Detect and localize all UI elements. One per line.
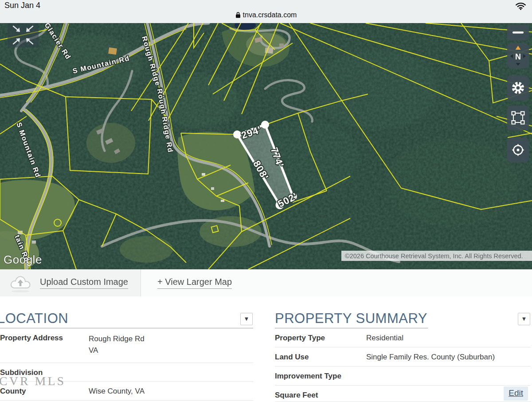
- property-address-label: Property Address: [0, 333, 89, 356]
- location-header: LOCATION ▼: [0, 311, 253, 328]
- subdivision-label: Subdivision: [0, 368, 89, 377]
- cloud-upload-icon: [9, 273, 32, 293]
- location-collapse-button[interactable]: ▼: [240, 313, 253, 325]
- compass-control[interactable]: N: [507, 43, 529, 68]
- land-use-label: Land Use: [275, 352, 366, 362]
- property-address-row: Property Address Rough Ridge Rd VA: [0, 328, 253, 363]
- map-container: Glacier Rd S Mountain Rd S Mountain Rd t…: [0, 23, 532, 269]
- edit-square-feet-link[interactable]: Edit: [504, 386, 528, 401]
- address-bar[interactable]: tnva.crsdata.com: [0, 11, 532, 19]
- wifi-icon: [515, 2, 526, 12]
- map-action-bar: Upload Custom Image + View Larger Map: [0, 269, 532, 296]
- improvement-type-row: Improvement Type: [275, 367, 531, 386]
- land-use-value: Single Family Res. County (Suburban): [366, 352, 531, 362]
- property-summary-header-rule: [275, 328, 428, 328]
- property-summary-section: PROPERTY SUMMARY ▼ Property Type Residen…: [275, 311, 531, 402]
- property-type-value: Residential: [366, 333, 531, 343]
- area-select-button[interactable]: [507, 106, 529, 130]
- compass-n-label: N: [515, 52, 521, 61]
- compass-left-arrow-icon: [510, 54, 513, 58]
- property-summary-title: PROPERTY SUMMARY: [275, 311, 531, 327]
- copyright-text: ©2026 Courthouse Retrieval System, Inc. …: [345, 252, 523, 260]
- crs-property-page: Sun Jan 4 tnva.crsdata.com: [0, 0, 532, 402]
- map-copyright: ©2026 Courthouse Retrieval System, Inc. …: [341, 251, 532, 261]
- county-row: County Wise County, VA: [0, 382, 253, 401]
- square-feet-row: Square Feet Edit: [275, 386, 531, 402]
- property-type-row: Property Type Residential: [275, 328, 531, 347]
- location-header-rule: [0, 328, 253, 328]
- subdivision-value: [89, 368, 253, 377]
- property-summary-header: PROPERTY SUMMARY ▼: [275, 311, 531, 328]
- gear-icon: [507, 75, 529, 100]
- square-feet-label: Square Feet: [275, 390, 366, 400]
- locate-button[interactable]: [507, 138, 529, 162]
- improvement-type-value: [366, 371, 531, 381]
- compass-up-arrow-icon: [516, 46, 521, 50]
- area-select-icon: [507, 106, 529, 130]
- property-type-label: Property Type: [275, 333, 366, 343]
- status-bar: Sun Jan 4 tnva.crsdata.com: [0, 0, 532, 23]
- property-summary-collapse-button[interactable]: ▼: [518, 313, 530, 325]
- map-settings-button[interactable]: [507, 75, 529, 100]
- county-label: County: [0, 386, 89, 396]
- property-address-value: Rough Ridge Rd VA: [89, 333, 253, 356]
- county-value: Wise County, VA: [89, 386, 253, 396]
- subdivision-row: Subdivision: [0, 363, 253, 382]
- parcel-vertex[interactable]: [261, 121, 269, 129]
- google-logo[interactable]: Google: [4, 253, 42, 266]
- upload-custom-image-label: Upload Custom Image: [40, 277, 128, 289]
- satellite-map[interactable]: Glacier Rd S Mountain Rd S Mountain Rd t…: [0, 23, 532, 269]
- upload-custom-image-button[interactable]: Upload Custom Image: [0, 269, 141, 296]
- collapse-arrows-icon: [8, 23, 39, 47]
- land-use-row: Land Use Single Family Res. County (Subu…: [275, 347, 531, 367]
- status-date: Sun Jan 4: [4, 1, 40, 10]
- zoom-out-button[interactable]: [507, 24, 529, 40]
- compass-down-arrow-icon: [516, 63, 520, 66]
- target-icon: [507, 138, 529, 162]
- collapse-map-button[interactable]: [8, 23, 39, 47]
- view-larger-map-link[interactable]: + View Larger Map: [157, 277, 232, 289]
- url-text: tnva.crsdata.com: [243, 11, 297, 19]
- minus-icon: [507, 24, 529, 40]
- location-section: LOCATION ▼ Property Address Rough Ridge …: [0, 311, 253, 401]
- lock-icon: [235, 12, 241, 18]
- location-title: LOCATION: [0, 311, 253, 327]
- compass-right-arrow-icon: [523, 54, 526, 58]
- improvement-type-label: Improvement Type: [275, 371, 366, 381]
